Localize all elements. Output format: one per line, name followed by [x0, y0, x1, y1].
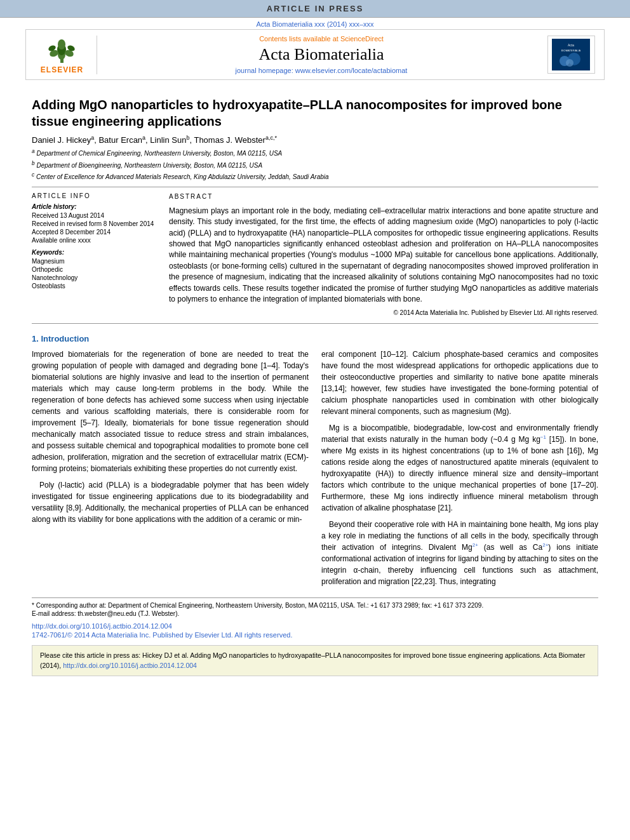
article-info-column: ARTICLE INFO Article history: Received 1… — [32, 192, 159, 318]
keyword-nanotechnology: Nanotechnology — [32, 274, 159, 281]
svg-point-3 — [58, 39, 65, 50]
affiliation-a: a Department of Chemical Engineering, No… — [32, 147, 598, 158]
affiliation-b: b Department of Bioengineering, Northeas… — [32, 159, 598, 170]
article-info-label: ARTICLE INFO — [32, 192, 159, 199]
body-col-right: eral component [10–12]. Calcium phosphat… — [321, 349, 598, 592]
email-note: E-mail address: th.webster@neu.edu (T.J.… — [32, 610, 598, 617]
affiliation-c: c Center of Excellence for Advanced Mate… — [32, 171, 598, 182]
citation-doi-link[interactable]: http://dx.doi.org/10.1016/j.actbio.2014.… — [63, 662, 197, 669]
abstract-text: Magnesium plays an important role in the… — [169, 206, 598, 305]
body-col-left: Improved biomaterials for the regenerati… — [32, 349, 309, 592]
svg-point-13 — [566, 59, 573, 67]
article-in-press-banner: ARTICLE IN PRESS — [0, 0, 630, 18]
doi-link[interactable]: http://dx.doi.org/10.1016/j.actbio.2014.… — [32, 622, 598, 630]
journal-homepage[interactable]: journal homepage: www.elsevier.com/locat… — [104, 67, 539, 74]
journal-header: ELSEVIER Contents lists available at Sci… — [25, 29, 605, 80]
doi-links: http://dx.doi.org/10.1016/j.actbio.2014.… — [32, 622, 598, 639]
elsevier-label: ELSEVIER — [41, 65, 83, 74]
affiliations: a Department of Chemical Engineering, No… — [32, 147, 598, 182]
keywords-label: Keywords: — [32, 249, 159, 256]
authors-line: Daniel J. Hickeya, Batur Ercana, Linlin … — [32, 135, 598, 145]
article-title: Adding MgO nanoparticles to hydroxyapati… — [32, 97, 598, 130]
body-para-4: Mg is a biocompatible, biodegradable, lo… — [321, 422, 598, 514]
info-abstract-section: ARTICLE INFO Article history: Received 1… — [32, 192, 598, 318]
body-text: 1. Introduction Improved biomaterials fo… — [32, 334, 598, 639]
elsevier-branding: ELSEVIER — [34, 36, 97, 74]
keyword-magnesium: Magnesium — [32, 258, 159, 265]
journal-logo-right: Acta BIOMATERIALIA — [546, 36, 596, 74]
abstract-label: ABSTRACT — [169, 192, 598, 202]
journal-info-center: Contents lists available at ScienceDirec… — [104, 35, 539, 74]
received-revised-date: Received in revised form 8 November 2014 — [32, 220, 159, 227]
svg-text:Acta: Acta — [568, 43, 574, 47]
body-para-2: Poly (l-lactic) acid (PLLA) is a biodegr… — [32, 479, 309, 525]
corresponding-author-note: * Corresponding author at: Department of… — [32, 602, 598, 609]
body-two-col: Improved biomaterials for the regenerati… — [32, 349, 598, 592]
body-para-5: Beyond their cooperative role with HA in… — [321, 519, 598, 587]
divider-2 — [32, 323, 598, 324]
sciencedirect-link-text[interactable]: ScienceDirect — [340, 35, 384, 43]
svg-text:BIOMATERIALIA: BIOMATERIALIA — [561, 49, 581, 52]
divider-1 — [32, 187, 598, 187]
elsevier-tree-icon — [44, 36, 79, 64]
elsevier-logo — [44, 36, 79, 64]
citation-bar: Please cite this article in press as: Hi… — [32, 645, 598, 677]
available-online: Available online xxxx — [32, 237, 159, 244]
keyword-osteoblasts: Osteoblasts — [32, 283, 159, 290]
intro-heading: 1. Introduction — [32, 334, 598, 343]
body-para-3: eral component [10–12]. Calcium phosphat… — [321, 349, 598, 417]
journal-logo-box: Acta BIOMATERIALIA — [547, 36, 595, 74]
body-para-1: Improved biomaterials for the regenerati… — [32, 349, 309, 474]
main-content: Adding MgO nanoparticles to hydroxyapati… — [0, 80, 630, 683]
received-date: Received 13 August 2014 — [32, 212, 159, 219]
journal-reference: Acta Biomaterialia xxx (2014) xxx–xxx — [0, 18, 630, 29]
abstract-column: ABSTRACT Magnesium plays an important ro… — [169, 192, 598, 318]
copyright-notice: © 2014 Acta Materialia Inc. Published by… — [169, 309, 598, 318]
article-history-label: Article history: — [32, 203, 159, 210]
accepted-date: Accepted 8 December 2014 — [32, 229, 159, 236]
sciencedirect-notice: Contents lists available at ScienceDirec… — [104, 35, 539, 43]
issn-line: 1742-7061/© 2014 Acta Materialia Inc. Pu… — [32, 631, 598, 639]
acta-biomaterialia-logo-icon: Acta BIOMATERIALIA — [552, 39, 590, 70]
footnotes: * Corresponding author at: Department of… — [32, 597, 598, 617]
keyword-orthopedic: Orthopedic — [32, 266, 159, 273]
journal-title: Acta Biomaterialia — [104, 45, 539, 64]
